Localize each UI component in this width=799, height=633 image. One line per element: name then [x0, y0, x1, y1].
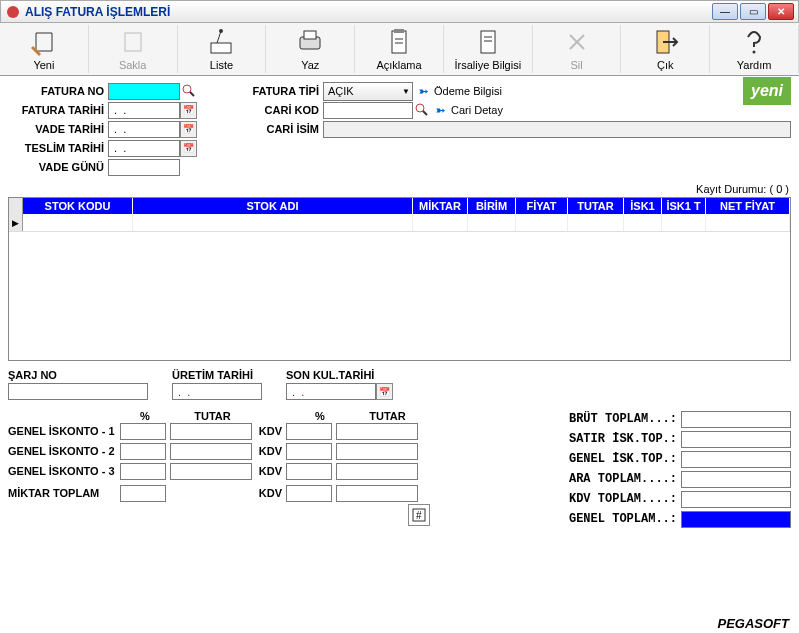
isk2-label: GENEL İSKONTO - 2	[8, 445, 120, 457]
fatura-tarihi-label: FATURA TARİHİ	[8, 104, 108, 116]
cari-isim-input[interactable]	[323, 121, 791, 138]
genel-isk-label: GENEL İSK.TOP.:	[569, 452, 677, 466]
vade-tarihi-input[interactable]	[108, 121, 180, 138]
uretim-tarihi-input[interactable]	[172, 383, 262, 400]
col-stok-kodu[interactable]: STOK KODU	[23, 198, 133, 214]
table-row[interactable]: ▶	[9, 214, 790, 232]
minimize-button[interactable]: —	[712, 3, 738, 20]
odeme-bilgisi-link[interactable]: Ödeme Bilgisi	[430, 85, 506, 97]
exit-button[interactable]: Çık	[621, 25, 710, 73]
vade-gunu-input[interactable]	[108, 159, 180, 176]
save-button[interactable]: Sakla	[89, 25, 178, 73]
kdv4-tutar-input[interactable]	[336, 485, 418, 502]
list-button[interactable]: Liste	[178, 25, 267, 73]
satir-isk-value	[681, 431, 791, 448]
svg-point-16	[753, 51, 756, 54]
cari-isim-label: CARİ İSİM	[238, 123, 323, 135]
col-fiyat[interactable]: FİYAT	[516, 198, 568, 214]
svg-text:#: #	[416, 510, 422, 521]
isk3-tutar-input[interactable]	[170, 463, 252, 480]
kdv3-label: KDV	[252, 465, 286, 477]
uretim-tarihi-label: ÜRETİM TARİHİ	[172, 369, 262, 381]
teslim-tarihi-calendar-icon[interactable]: 📅	[180, 140, 197, 157]
brand-footer: PEGASOFT	[717, 616, 789, 631]
notes-button[interactable]: Açıklama	[355, 25, 444, 73]
miktar-toplam-input[interactable]	[120, 485, 166, 502]
isk3-label: GENEL İSKONTO - 3	[8, 465, 120, 477]
kdv1-label: KDV	[252, 425, 286, 437]
fatura-no-label: FATURA NO	[8, 85, 108, 97]
fatura-tipi-select[interactable]: AÇIK▼	[323, 82, 413, 101]
svg-rect-2	[211, 43, 231, 53]
svg-line-20	[423, 111, 427, 115]
kdv4-pct-input[interactable]	[286, 485, 332, 502]
ara-toplam-label: ARA TOPLAM....:	[569, 472, 677, 486]
kdv-toplam-label: KDV TOPLAM....:	[569, 492, 677, 506]
col-isk1[interactable]: İSK1	[624, 198, 662, 214]
col-tutar[interactable]: TUTAR	[568, 198, 624, 214]
svg-rect-1	[125, 33, 141, 51]
satir-isk-label: SATIR İSK.TOP.:	[569, 432, 677, 446]
isk1-tutar-input[interactable]	[170, 423, 252, 440]
miktar-toplam-label: MİKTAR TOPLAM	[8, 487, 120, 499]
isk3-pct-input[interactable]	[120, 463, 166, 480]
kdv2-pct-input[interactable]	[286, 443, 332, 460]
col-isk1t[interactable]: İSK1 T	[662, 198, 706, 214]
skt-calendar-icon[interactable]: 📅	[376, 383, 393, 400]
new-button[interactable]: Yeni	[0, 25, 89, 73]
grid-tool-button[interactable]: #	[408, 504, 430, 526]
col-birim[interactable]: BİRİM	[468, 198, 516, 214]
kdv3-pct-input[interactable]	[286, 463, 332, 480]
odeme-arrow-icon: ➳	[419, 85, 428, 98]
skt-input[interactable]	[286, 383, 376, 400]
kdv1-tutar-input[interactable]	[336, 423, 418, 440]
col-stok-adi[interactable]: STOK ADI	[133, 198, 413, 214]
maximize-button[interactable]: ▭	[740, 3, 766, 20]
app-icon	[5, 4, 21, 20]
kdv2-tutar-input[interactable]	[336, 443, 418, 460]
isk2-pct-input[interactable]	[120, 443, 166, 460]
fatura-no-search-icon[interactable]	[180, 83, 197, 100]
isk2-tutar-input[interactable]	[170, 443, 252, 460]
kdv3-tutar-input[interactable]	[336, 463, 418, 480]
ara-toplam-value	[681, 471, 791, 488]
print-button[interactable]: Yaz	[266, 25, 355, 73]
kayit-durumu-label: Kayıt Durumu: ( 0 )	[0, 181, 799, 197]
sarj-no-input[interactable]	[8, 383, 148, 400]
svg-point-0	[7, 6, 19, 18]
skt-label: SON KUL.TARİHİ	[286, 369, 393, 381]
close-button[interactable]: ✕	[768, 3, 794, 20]
sarj-no-label: ŞARJ NO	[8, 369, 148, 381]
teslim-tarihi-input[interactable]	[108, 140, 180, 157]
brut-value	[681, 411, 791, 428]
row-indicator-icon: ▶	[9, 214, 23, 231]
hdr-tutar-1: TUTAR	[170, 410, 255, 422]
vade-tarihi-calendar-icon[interactable]: 📅	[180, 121, 197, 138]
hdr-pct-2: %	[295, 410, 345, 422]
delete-button[interactable]: Sil	[533, 25, 622, 73]
fatura-no-input[interactable]	[108, 83, 180, 100]
fatura-tarihi-calendar-icon[interactable]: 📅	[180, 102, 197, 119]
svg-point-17	[183, 85, 191, 93]
cari-detay-link[interactable]: Cari Detay	[447, 104, 507, 116]
main-toolbar: Yeni Sakla Liste Yaz Açıklama İrsaliye B…	[0, 23, 799, 76]
yeni-badge: yeni	[743, 77, 791, 105]
hdr-tutar-2: TUTAR	[345, 410, 430, 422]
dispatch-button[interactable]: İrsaliye Bilgisi	[444, 25, 533, 73]
vade-gunu-label: VADE GÜNÜ	[8, 161, 108, 173]
help-button[interactable]: Yardım	[710, 25, 799, 73]
cari-kod-search-icon[interactable]	[413, 102, 430, 119]
isk1-label: GENEL İSKONTO - 1	[8, 425, 120, 437]
col-netfiyat[interactable]: NET FİYAT	[706, 198, 790, 214]
svg-rect-10	[481, 31, 495, 53]
brut-label: BRÜT TOPLAM...:	[569, 412, 677, 426]
stok-grid[interactable]: STOK KODU STOK ADI MİKTAR BİRİM FİYAT TU…	[8, 197, 791, 361]
fatura-tarihi-input[interactable]	[108, 102, 180, 119]
cari-kod-input[interactable]	[323, 102, 413, 119]
kdv2-label: KDV	[252, 445, 286, 457]
genel-toplam-label: GENEL TOPLAM..:	[569, 512, 677, 526]
kdv1-pct-input[interactable]	[286, 423, 332, 440]
col-miktar[interactable]: MİKTAR	[413, 198, 468, 214]
cari-arrow-icon: ➳	[436, 104, 445, 117]
isk1-pct-input[interactable]	[120, 423, 166, 440]
